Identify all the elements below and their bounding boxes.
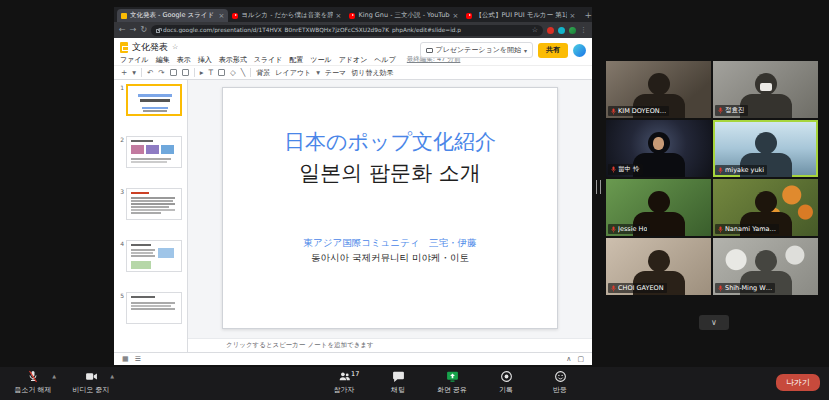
shared-screen-browser-window: 文化発表 - Google スライド × ヨルシカ - だから僕は音楽を辞めた …: [114, 7, 592, 365]
menu-item[interactable]: アドオン: [339, 55, 368, 65]
slide-title-japanese[interactable]: 日本のポップ文化紹介: [223, 128, 557, 156]
participants-button[interactable]: 참가자 17: [318, 367, 370, 395]
extension-icon[interactable]: [547, 27, 554, 34]
insert-shape-icon[interactable]: ◇: [230, 69, 236, 77]
back-icon[interactable]: ←: [119, 26, 126, 34]
participant-tile[interactable]: Shih-Ming W…: [713, 238, 818, 295]
browser-tab[interactable]: 【公式】PUI PUI モルカー 第1話「… ×: [462, 9, 579, 22]
chevron-up-icon[interactable]: ▲: [110, 373, 114, 379]
google-slides-app: 文化発表 ☆ ファイル 編集 表示 挿入 表示形式 スライド 配置 ツール アド…: [114, 38, 592, 365]
transition-button[interactable]: 切り替え効果: [351, 68, 393, 78]
menu-item[interactable]: スライド: [254, 55, 283, 65]
reactions-button[interactable]: 반응: [534, 367, 586, 395]
menu-item[interactable]: ヘルプ: [374, 55, 396, 65]
account-avatar[interactable]: [573, 44, 586, 57]
tab-title: King Gnu - 三文小説 - YouTube: [358, 11, 449, 20]
participant-tile[interactable]: KIM DOYEON…: [606, 61, 711, 118]
camera-icon: [85, 370, 98, 383]
chevron-up-icon[interactable]: ▲: [52, 373, 56, 379]
star-document-icon[interactable]: ☆: [172, 43, 178, 51]
slide-title-korean[interactable]: 일본의 팝문화 소개: [223, 159, 557, 187]
refresh-icon[interactable]: ↻: [140, 26, 147, 34]
grid-view-icon[interactable]: ▦: [122, 355, 129, 363]
panel-resize-handle[interactable]: [596, 180, 601, 194]
slide-thumbnail[interactable]: [126, 292, 182, 324]
chevron-down-icon[interactable]: ▾: [316, 69, 320, 77]
browser-tab[interactable]: ヨルシカ - だから僕は音楽を辞めた (Mu… ×: [228, 9, 345, 22]
slide-thumbnail[interactable]: [126, 188, 182, 220]
menu-item[interactable]: ファイル: [120, 55, 149, 65]
slide-number: 1: [117, 84, 124, 116]
bookmark-star-icon[interactable]: ☆: [532, 26, 538, 34]
undo-icon[interactable]: ↶: [147, 69, 153, 77]
collapse-participants-button[interactable]: ∨: [699, 315, 729, 330]
slide-thumbnail[interactable]: [126, 136, 182, 168]
muted-mic-icon: [718, 285, 723, 292]
participant-tile[interactable]: Jessie Ho: [606, 179, 711, 236]
participant-tile[interactable]: CHOI GAYEON: [606, 238, 711, 295]
participant-tile-active-speaker[interactable]: miyake yuki: [713, 120, 818, 177]
menu-item[interactable]: 表示形式: [219, 55, 247, 65]
participant-tile[interactable]: Nanami Yama…: [713, 179, 818, 236]
share-button[interactable]: 共有: [538, 43, 568, 58]
unmute-button[interactable]: 음소거 해제 ▲: [4, 367, 62, 395]
participant-tile[interactable]: 畠中 怜: [606, 120, 711, 177]
insert-line-icon[interactable]: ╲: [241, 69, 246, 77]
participant-name-label: KIM DOYEON…: [608, 106, 669, 116]
url-input[interactable]: docs.google.com/presentation/d/1T4HVX_B0…: [151, 25, 543, 36]
slide-number: 4: [117, 240, 124, 272]
menu-item[interactable]: 表示: [177, 55, 191, 65]
menu-item[interactable]: 配置: [289, 55, 303, 65]
tab-close-icon[interactable]: ×: [453, 12, 459, 20]
speaker-notes-input[interactable]: クリックするとスピーカー ノートを追加できます: [188, 338, 592, 352]
browser-menu-icon[interactable]: ⋮: [580, 26, 587, 34]
menu-item[interactable]: 編集: [156, 55, 170, 65]
fullscreen-icon[interactable]: ▢: [577, 355, 584, 363]
menu-item[interactable]: 挿入: [198, 55, 212, 65]
menu-list-icon[interactable]: ☰: [135, 355, 141, 363]
chat-button[interactable]: 채팅: [372, 367, 424, 395]
chevron-down-icon[interactable]: ▾: [524, 47, 527, 54]
menu-item[interactable]: ツール: [310, 55, 331, 65]
share-screen-button[interactable]: 화면 공유: [426, 367, 478, 395]
current-slide[interactable]: 日本のポップ文化紹介 일본의 팝문화 소개 東アジア国際コミュニティ 三宅・伊藤…: [222, 87, 558, 329]
slide-subtitle-japanese[interactable]: 東アジア国際コミュニティ 三宅・伊藤: [223, 237, 557, 250]
tab-close-icon[interactable]: ×: [336, 12, 342, 20]
slide-subtitle-korean[interactable]: 동아시아 국제커뮤니티 미야케・이토: [223, 252, 557, 265]
forward-icon[interactable]: →: [130, 26, 137, 34]
participant-name-label: 정효진: [715, 105, 748, 116]
participant-name-label: 畠中 怜: [608, 164, 643, 175]
muted-mic-icon: [718, 167, 723, 174]
document-title[interactable]: 文化発表: [132, 41, 168, 54]
text-box-icon[interactable]: T: [208, 69, 213, 77]
youtube-icon: [349, 13, 355, 19]
print-icon[interactable]: [170, 69, 177, 76]
paint-format-icon[interactable]: [182, 69, 189, 76]
browser-tab-active[interactable]: 文化発表 - Google スライド ×: [117, 9, 228, 22]
tab-close-icon[interactable]: ×: [219, 12, 225, 20]
participant-tile[interactable]: 정효진: [713, 61, 818, 118]
insert-image-icon[interactable]: [218, 69, 225, 76]
browser-tab[interactable]: King Gnu - 三文小説 - YouTube ×: [345, 9, 462, 22]
background-button[interactable]: 背景: [256, 68, 270, 78]
collapse-icon[interactable]: ∧: [566, 355, 571, 363]
layout-button[interactable]: レイアウト: [275, 68, 311, 78]
slide-thumbnail-selected[interactable]: [126, 84, 182, 116]
present-button[interactable]: プレゼンテーションを開始 ▾: [420, 42, 534, 58]
mic-muted-icon: [27, 370, 39, 383]
tab-close-icon[interactable]: ×: [570, 12, 576, 20]
browser-profile-avatar[interactable]: [569, 27, 576, 34]
chevron-down-icon[interactable]: ▾: [132, 69, 136, 77]
new-slide-icon[interactable]: +: [121, 69, 127, 77]
tab-title: ヨルシカ - だから僕は音楽を辞めた (Mu…: [241, 11, 332, 20]
record-button[interactable]: 기록: [480, 367, 532, 395]
slides-logo-icon[interactable]: [120, 42, 128, 53]
slide-thumbnail[interactable]: [126, 240, 182, 272]
extension-icon[interactable]: [558, 27, 565, 34]
theme-button[interactable]: テーマ: [325, 68, 346, 78]
select-cursor-icon[interactable]: ▸: [200, 69, 204, 77]
redo-icon[interactable]: ↷: [158, 69, 164, 77]
stop-video-button[interactable]: 비디오 중지 ▲: [62, 367, 120, 395]
leave-meeting-button[interactable]: 나가기: [776, 374, 820, 391]
new-tab-button[interactable]: +: [584, 9, 592, 22]
